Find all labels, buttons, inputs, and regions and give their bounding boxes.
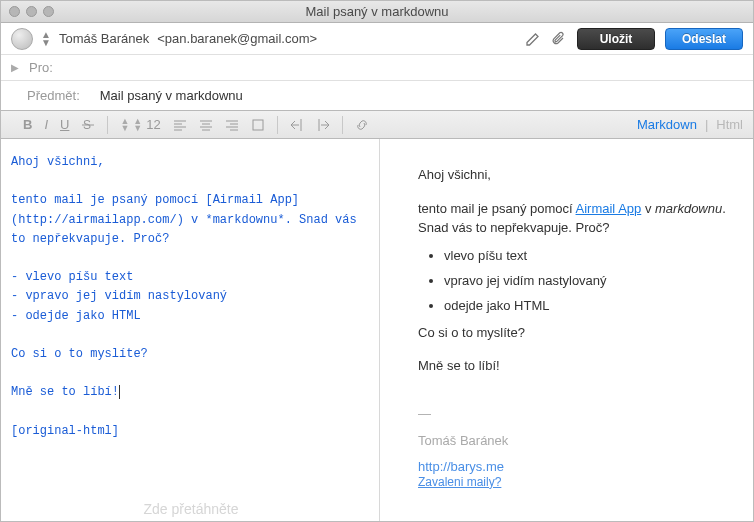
caret — [119, 385, 120, 399]
window-title: Mail psaný v markdownu — [1, 4, 753, 19]
subject-label: Předmět: — [27, 88, 80, 103]
bold-button[interactable]: B — [23, 117, 32, 132]
preview-para: Co si o to myslíte? — [418, 323, 729, 343]
align-left-button[interactable] — [173, 118, 187, 132]
link-button[interactable] — [355, 118, 369, 132]
signature-dash: — — [418, 404, 729, 424]
indent-button[interactable] — [316, 118, 330, 132]
italic-button[interactable]: I — [44, 117, 48, 132]
tab-markdown[interactable]: Markdown — [637, 117, 697, 132]
underline-button[interactable]: U — [60, 117, 69, 132]
send-button[interactable]: Odeslat — [665, 28, 743, 50]
titlebar: Mail psaný v markdownu — [1, 1, 753, 23]
subject-row: Předmět: Mail psaný v markdownu — [1, 81, 753, 111]
fontfamily-stepper[interactable]: ▲▼ — [120, 118, 129, 132]
window-controls — [1, 6, 54, 17]
preview-para: Mně se to líbí! — [418, 356, 729, 376]
svg-rect-2 — [253, 120, 263, 130]
to-row[interactable]: ▶ Pro: — [1, 55, 753, 81]
preview-list: vlevo píšu text vpravo jej vidím nastylo… — [444, 248, 729, 313]
list-item: vlevo píšu text — [444, 248, 729, 263]
align-right-button[interactable] — [225, 118, 239, 132]
preview-em: markdownu — [655, 201, 722, 216]
preview-para: Ahoj všichni, — [418, 165, 729, 185]
fontsize-value: 12 — [146, 117, 160, 132]
signature-url[interactable]: http://barys.me — [418, 459, 504, 474]
fontsize-stepper[interactable]: ▲▼ — [133, 118, 142, 132]
align-center-button[interactable] — [199, 118, 213, 132]
attachment-icon[interactable] — [551, 31, 567, 47]
list-item: vpravo jej vidím nastylovaný — [444, 273, 729, 288]
subject-input[interactable]: Mail psaný v markdownu — [100, 88, 243, 103]
from-row: ▲▼ Tomáš Baránek <pan.baranek@gmail.com>… — [1, 23, 753, 55]
list-item: odejde jako HTML — [444, 298, 729, 313]
save-button[interactable]: Uložit — [577, 28, 655, 50]
preview-para: tento mail je psaný pomocí Airmail App v… — [418, 199, 729, 238]
sort-chevrons-icon[interactable]: ▲▼ — [41, 31, 51, 47]
format-toolbar: B I U S ▲▼ ▲▼ 12 Markdown | Html — [1, 111, 753, 139]
preview-link[interactable]: Airmail App — [576, 201, 642, 216]
outdent-button[interactable] — [290, 118, 304, 132]
signature-tag[interactable]: Zavaleni maily? — [418, 475, 501, 489]
avatar — [11, 28, 33, 50]
strike-button[interactable]: S — [81, 118, 95, 132]
tab-html[interactable]: Html — [716, 117, 743, 132]
edit-icon[interactable] — [525, 31, 541, 47]
close-window-button[interactable] — [9, 6, 20, 17]
from-email: <pan.baranek@gmail.com> — [157, 31, 317, 46]
zoom-window-button[interactable] — [43, 6, 54, 17]
to-label: Pro: — [29, 60, 53, 75]
markdown-editor[interactable]: Ahoj všichni, tento mail je psaný pomocí… — [1, 139, 379, 521]
tab-sep: | — [705, 117, 708, 132]
preview-pane: Ahoj všichni, tento mail je psaný pomocí… — [379, 139, 753, 521]
disclosure-icon[interactable]: ▶ — [11, 62, 19, 73]
body-area: Ahoj všichni, tento mail je psaný pomocí… — [1, 139, 753, 521]
signature-name: Tomáš Baránek — [418, 431, 729, 451]
square-button[interactable] — [251, 118, 265, 132]
minimize-window-button[interactable] — [26, 6, 37, 17]
from-name: Tomáš Baránek — [59, 31, 149, 46]
